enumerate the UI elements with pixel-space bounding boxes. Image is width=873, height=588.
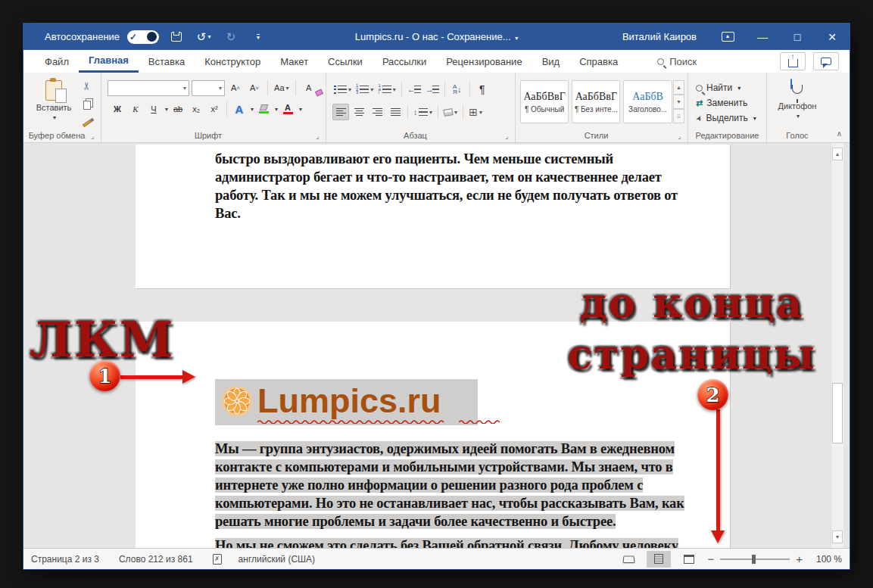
dictate-button[interactable]: Диктофон ▾	[770, 76, 825, 120]
scroll-down-icon[interactable]: ▼	[832, 530, 843, 543]
decrease-indent-button[interactable]: ←	[406, 81, 422, 98]
strikethrough-button[interactable]: ab	[170, 101, 186, 117]
justify-button[interactable]	[387, 104, 404, 120]
replace-button[interactable]: ⇄ Заменить	[691, 95, 763, 110]
numbering-button[interactable]: 1 2 3▾	[354, 81, 375, 98]
tab-layout[interactable]: Макет	[270, 50, 318, 73]
read-mode-button[interactable]	[616, 551, 641, 568]
web-layout-button[interactable]	[677, 551, 701, 568]
autosave-toggle[interactable]: ✓	[127, 30, 159, 44]
zoom-percentage[interactable]: 100 %	[809, 554, 842, 565]
font-name-combo[interactable]: ▾	[108, 80, 189, 96]
tab-home[interactable]: Главная	[79, 50, 139, 73]
underline-button[interactable]: Ч	[145, 101, 162, 117]
zoom-out-button[interactable]: −	[707, 552, 714, 565]
save-button[interactable]	[167, 28, 186, 46]
italic-button[interactable]: К	[127, 101, 144, 117]
zoom-slider[interactable]	[720, 558, 790, 560]
selected-paragraph-1[interactable]: Мы — группа энтузиастов, одержимых идеей…	[215, 440, 686, 530]
change-case-button[interactable]: Аа▾	[273, 79, 291, 96]
page-1[interactable]: быстро выздоравливают его пациенты. Чем …	[136, 145, 730, 288]
group-label: Голос	[767, 131, 828, 140]
increase-indent-button[interactable]: →	[424, 81, 441, 98]
tab-view[interactable]: Вид	[532, 50, 570, 73]
dialog-launcher-icon[interactable]: ⌟	[316, 132, 323, 140]
font-size-combo[interactable]: ▾	[192, 80, 225, 96]
redo-button[interactable]: ↻	[221, 28, 241, 46]
user-name[interactable]: Виталий Каиров	[622, 31, 697, 42]
styles-scroll-down-button[interactable]: ▼	[673, 95, 684, 109]
highlight-dropdown-icon[interactable]: ▾	[275, 106, 278, 113]
ribbon-display-options-button[interactable]: ▴	[710, 23, 745, 50]
underline-dropdown-icon[interactable]: ▾	[165, 106, 168, 113]
shading-button[interactable]: ▾	[442, 104, 459, 120]
style-no-spacing[interactable]: АаБбВвГ ¶ Без инте...	[572, 80, 620, 123]
language-indicator[interactable]: английский (США)	[239, 554, 315, 565]
multilevel-list-button[interactable]: 1 a i▾	[376, 81, 397, 98]
paste-button[interactable]: Вставить ▾	[34, 77, 73, 127]
dialog-launcher-icon[interactable]: ⌟	[505, 132, 513, 140]
subscript-button[interactable]: x₂	[188, 101, 204, 117]
text-effects-button[interactable]: А	[231, 101, 248, 117]
clear-formatting-button[interactable]: А	[301, 79, 317, 96]
word-count[interactable]: Слово 212 из 861	[119, 554, 193, 565]
page-indicator[interactable]: Страница 2 из 3	[31, 554, 99, 565]
highlight-button[interactable]	[255, 101, 272, 117]
style-normal[interactable]: АаБбВвГ ¶ Обычный	[520, 80, 569, 123]
tab-mailings[interactable]: Рассылки	[373, 50, 436, 73]
bold-button[interactable]: Ж	[109, 101, 126, 117]
tab-references[interactable]: Ссылки	[318, 50, 373, 73]
tab-insert[interactable]: Вставка	[139, 50, 195, 73]
tab-review[interactable]: Рецензирование	[436, 50, 532, 73]
cut-button[interactable]: ✂	[78, 77, 95, 94]
tab-design[interactable]: Конструктор	[195, 50, 270, 73]
copy-button[interactable]	[78, 95, 95, 112]
align-center-button[interactable]	[351, 104, 367, 120]
group-label: Буфер обмена	[23, 131, 90, 140]
shrink-font-button[interactable]: А˅	[246, 79, 263, 96]
logo-line-selected[interactable]: Lumpics.ru	[215, 379, 478, 425]
show-marks-button[interactable]: ¶	[474, 81, 491, 98]
customize-quick-access-button[interactable]: ▾	[248, 28, 268, 46]
text-effects-dropdown-icon[interactable]: ▾	[251, 106, 254, 113]
find-button[interactable]: Найти▾	[691, 80, 763, 95]
maximize-button[interactable]: □	[780, 23, 815, 50]
vertical-scrollbar[interactable]: ▲ ▼	[831, 143, 843, 549]
zoom-slider-thumb[interactable]	[752, 555, 756, 564]
align-left-button[interactable]	[332, 104, 349, 120]
close-button[interactable]: ✕	[815, 23, 850, 50]
print-layout-button[interactable]	[647, 551, 671, 568]
page1-paragraph[interactable]: быстро выздоравливают его пациенты. Чем …	[215, 150, 683, 222]
bullets-button[interactable]: ▾	[332, 81, 353, 98]
proofing-errors-icon[interactable]: ✗	[213, 554, 222, 565]
search-box[interactable]: Поиск	[647, 50, 706, 73]
scrollbar-thumb[interactable]	[832, 383, 843, 443]
zoom-in-button[interactable]: +	[796, 552, 803, 565]
share-button[interactable]	[780, 52, 806, 70]
dialog-launcher-icon[interactable]: ⌟	[91, 132, 98, 140]
line-spacing-button[interactable]: ↕▾	[412, 104, 434, 120]
grow-font-button[interactable]: А˄	[227, 79, 244, 96]
minimize-button[interactable]: —	[745, 23, 780, 50]
tab-file[interactable]: Файл	[23, 50, 79, 73]
superscript-button[interactable]: x²	[206, 101, 223, 117]
comments-button[interactable]	[813, 52, 839, 70]
sort-button[interactable]: АЯ↓	[449, 81, 466, 98]
undo-button[interactable]: ↺▾	[194, 28, 214, 46]
tab-help[interactable]: Справка	[569, 50, 628, 73]
font-color-dropdown-icon[interactable]: ▾	[299, 106, 302, 113]
format-painter-button[interactable]	[78, 114, 95, 130]
select-button[interactable]: ➤ Выделить▾	[691, 110, 763, 126]
document-area: быстро выздоравливают его пациенты. Чем …	[23, 143, 850, 549]
align-right-button[interactable]	[369, 104, 385, 120]
scroll-up-icon[interactable]: ▲	[832, 148, 843, 160]
microphone-icon	[790, 79, 804, 99]
title-dropdown-icon[interactable]: ▾	[515, 35, 518, 42]
dialog-launcher-icon[interactable]: ⌟	[678, 132, 685, 140]
borders-button[interactable]: ⊞▾	[467, 104, 484, 120]
collapse-ribbon-button[interactable]: ∧	[837, 129, 842, 138]
style-heading[interactable]: АаБбВ Заголово...	[623, 80, 672, 123]
styles-scroll-up-button[interactable]: ▲	[673, 80, 684, 95]
font-color-button[interactable]: А	[279, 101, 296, 117]
styles-more-button[interactable]: ⍗	[673, 109, 684, 123]
